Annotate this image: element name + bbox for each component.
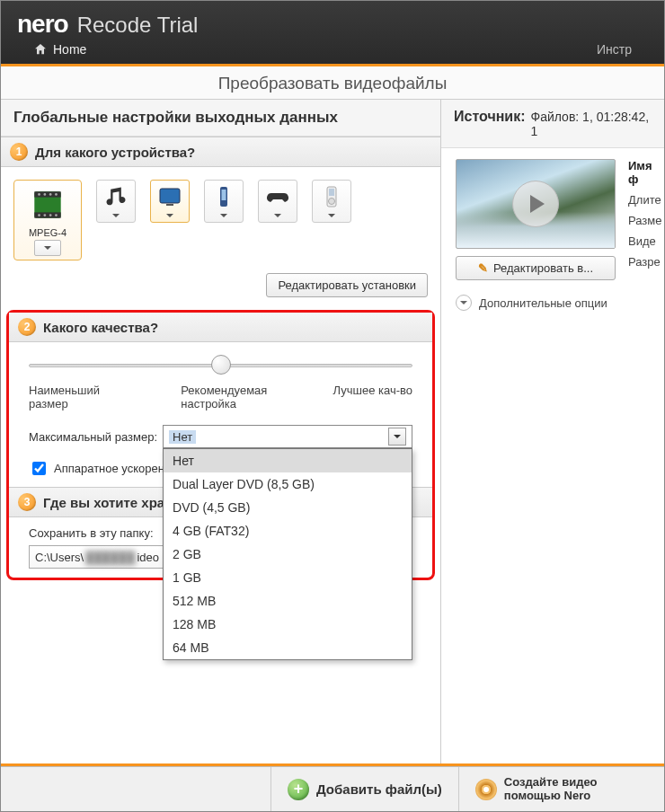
combo-option[interactable]: Нет — [164, 449, 412, 472]
film-icon — [29, 186, 66, 224]
footer-bar: + Добавить файл(ы) Создайте видео помощь… — [1, 766, 664, 811]
svg-rect-16 — [329, 189, 334, 196]
hw-accel-checkbox[interactable] — [32, 462, 46, 475]
nav-tools[interactable]: Инстр — [597, 42, 632, 57]
gamepad-icon — [265, 184, 290, 209]
meta-video-label: Виде — [628, 234, 661, 248]
section-quality-label: Какого качества? — [43, 320, 158, 335]
meta-name-label: Имя ф — [628, 159, 661, 186]
add-files-button[interactable]: + Добавить файл(ы) — [270, 767, 458, 811]
path-prefix: C:\Users\ — [35, 551, 84, 564]
source-label: Источник: — [454, 109, 526, 125]
device-mpeg4-dropdown[interactable] — [34, 240, 61, 256]
device-mpeg4-label: MPEG-4 — [14, 227, 81, 238]
source-header: Источник: Файлов: 1, 01:28:42, 1 — [441, 100, 664, 148]
svg-point-6 — [55, 193, 58, 196]
step-badge-1: 1 — [10, 143, 28, 161]
slider-label-mid: Рекомендуемая настройка — [181, 384, 288, 410]
chevron-down-icon — [456, 295, 472, 311]
meta-size-label: Разме — [628, 214, 661, 227]
step-badge-3: 3 — [18, 493, 36, 511]
tv-icon — [157, 184, 182, 209]
combo-option[interactable]: 64 MB — [164, 636, 412, 659]
section-device-label: Для какого устройства? — [35, 145, 195, 160]
svg-point-17 — [329, 199, 335, 205]
slider-label-low: Наименьший размер — [29, 384, 137, 410]
home-label: Home — [53, 42, 86, 57]
combo-option[interactable]: DVD (4,5 GB) — [164, 496, 412, 519]
max-size-label: Максимальный размер: — [29, 430, 157, 444]
left-panel-title: Глобальные настройки выходных данных — [1, 100, 440, 137]
phone-icon — [211, 184, 236, 209]
device-tv[interactable] — [150, 180, 190, 223]
max-size-dropdown: Нет Dual Layer DVD (8,5 GB) DVD (4,5 GB)… — [163, 448, 412, 660]
slider-thumb[interactable] — [211, 355, 231, 375]
app-logo: nero — [17, 10, 68, 39]
hw-accel-label: Аппаратное ускорен — [54, 462, 164, 475]
combo-option[interactable]: 4 GB (FAT32) — [164, 519, 412, 543]
quality-panel: 2 Какого качества? Наименьший размер Рек… — [6, 310, 435, 580]
section-quality: 2 Какого качества? — [9, 313, 432, 342]
additional-options-label: Дополнительные опции — [479, 296, 607, 310]
additional-options[interactable]: Дополнительные опции — [456, 289, 650, 311]
svg-point-4 — [43, 193, 46, 196]
device-console[interactable] — [258, 180, 297, 223]
create-disc-button[interactable]: Создайте видео помощью Nero — [458, 767, 614, 811]
device-player[interactable] — [312, 180, 351, 223]
combo-option[interactable]: 1 GB — [164, 566, 412, 589]
svg-point-5 — [49, 193, 52, 196]
svg-point-3 — [38, 193, 40, 196]
combo-option[interactable]: 128 MB — [164, 613, 412, 636]
device-audio[interactable] — [96, 180, 136, 223]
device-mpeg4[interactable]: MPEG-4 — [13, 180, 82, 260]
plus-icon: + — [288, 779, 309, 800]
meta-duration-label: Длите — [628, 193, 661, 207]
create-label-2: помощью Nero — [504, 790, 598, 803]
svg-point-8 — [43, 214, 46, 216]
video-thumbnail[interactable] — [456, 159, 616, 249]
device-phone[interactable] — [204, 180, 244, 223]
home-icon — [33, 42, 48, 57]
mp3-player-icon — [319, 184, 344, 209]
quality-slider[interactable] — [29, 358, 412, 373]
svg-rect-12 — [166, 204, 173, 206]
path-suffix: ideo — [137, 551, 159, 564]
svg-point-10 — [55, 214, 58, 216]
max-size-combo[interactable]: Нет Нет Dual Layer DVD (8,5 GB) DVD (4,5… — [163, 425, 412, 448]
product-name: Recode Trial — [77, 13, 199, 38]
combo-option[interactable]: 512 MB — [164, 589, 412, 613]
slider-label-high: Лучшее кач-во — [333, 384, 412, 410]
meta-resolution-label: Разре — [628, 255, 661, 269]
svg-rect-14 — [222, 190, 226, 200]
music-note-icon — [103, 184, 129, 209]
combo-toggle[interactable] — [388, 428, 406, 446]
edit-video-button[interactable]: ✎ Редактировать в... — [456, 256, 616, 280]
title-bar: nero Recode Trial Home Инстр — [1, 1, 664, 64]
edit-video-label: Редактировать в... — [493, 261, 593, 275]
add-files-label: Добавить файл(ы) — [316, 781, 442, 797]
disc-icon — [475, 779, 497, 800]
combo-option[interactable]: 2 GB — [164, 543, 412, 566]
svg-rect-11 — [160, 189, 180, 203]
page-subtitle: Преобразовать видеофайлы — [1, 66, 664, 100]
source-info: Файлов: 1, 01:28:42, 1 — [531, 110, 652, 138]
combo-option[interactable]: Dual Layer DVD (8,5 GB) — [164, 472, 412, 496]
step-badge-2: 2 — [18, 318, 36, 336]
home-button[interactable]: Home — [33, 42, 86, 57]
max-size-selected: Нет — [169, 430, 196, 444]
pencil-icon: ✎ — [478, 261, 488, 275]
create-label-1: Создайте видео — [504, 776, 598, 790]
svg-point-7 — [38, 214, 40, 216]
section-device: 1 Для какого устройства? — [1, 137, 440, 167]
svg-point-9 — [49, 214, 52, 216]
play-icon[interactable] — [512, 181, 559, 227]
section-storage-label: Где вы хотите хран — [43, 495, 173, 510]
edit-presets-button[interactable]: Редактировать установки — [266, 273, 428, 297]
path-redacted: ██████ — [85, 551, 135, 564]
